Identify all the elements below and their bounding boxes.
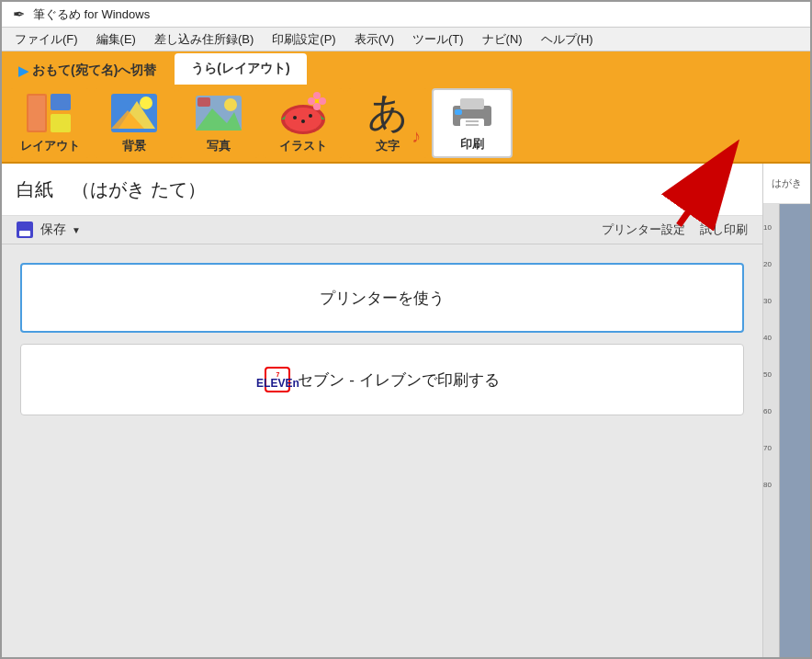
svg-point-7 bbox=[140, 97, 152, 109]
tool-background[interactable]: 背景 bbox=[94, 88, 175, 158]
ruler-tick-75 bbox=[763, 463, 779, 482]
tab-back-label: うら(レイアウト) bbox=[191, 61, 289, 77]
page-title: 白紙 （はがき たて） bbox=[17, 177, 206, 202]
dropdown-arrow-icon: ▼ bbox=[72, 225, 81, 235]
app-title: 筆ぐるめ for Windows bbox=[33, 6, 150, 23]
seven-eleven-label: セブン - イレブンで印刷する bbox=[298, 369, 499, 391]
svg-rect-11 bbox=[197, 97, 210, 107]
ruler-tick-40: 40 bbox=[763, 335, 779, 353]
action-bar: 保存 ▼ プリンター設定 試し印刷 bbox=[2, 216, 762, 244]
action-links: プリンター設定 試し印刷 bbox=[602, 222, 748, 238]
printer-settings-link[interactable]: プリンター設定 bbox=[602, 222, 685, 238]
svg-point-18 bbox=[308, 97, 315, 105]
svg-point-15 bbox=[301, 119, 305, 123]
menu-bar: ファイル(F) 編集(E) 差し込み住所録(B) 印刷設定(P) 表示(V) ツ… bbox=[2, 28, 810, 51]
svg-line-29 bbox=[702, 166, 729, 208]
toolbar: レイアウト 背景 写真 bbox=[2, 85, 810, 164]
svg-point-21 bbox=[313, 103, 321, 110]
ruler-tick-65 bbox=[763, 426, 779, 445]
tool-illustration-label: イラスト bbox=[279, 138, 327, 154]
seven-eleven-option-card[interactable]: 7 ELEVEn セブン - イレブンで印刷する bbox=[20, 344, 744, 415]
options-panel: プリンターを使う 7 ELEVEn セブン - イレブンで印刷する bbox=[2, 244, 762, 659]
menu-address[interactable]: 差し込み住所録(B) bbox=[145, 29, 263, 50]
ruler-bar: 10 20 30 40 50 60 70 80 bbox=[763, 204, 780, 659]
menu-navi[interactable]: ナビ(N) bbox=[473, 29, 532, 50]
ruler-tick-35 bbox=[763, 316, 779, 335]
right-panel: はがき 10 20 30 40 50 60 70 80 bbox=[762, 164, 810, 659]
svg-point-16 bbox=[309, 114, 312, 118]
ruler-tick-15 bbox=[763, 243, 779, 261]
menu-view[interactable]: 表示(V) bbox=[345, 29, 403, 50]
text-icon: あ ♪ bbox=[360, 90, 415, 136]
page-title-bar: 白紙 （はがき たて） bbox=[2, 164, 762, 216]
layout-icon bbox=[22, 90, 77, 136]
svg-point-19 bbox=[313, 92, 321, 99]
tool-print[interactable]: 印刷 bbox=[432, 88, 513, 158]
menu-print-settings[interactable]: 印刷設定(P) bbox=[263, 29, 344, 50]
tab-bar: ▶ おもて(宛て名)へ切替 うら(レイアウト) bbox=[2, 51, 810, 85]
ruler-tick-50: 50 bbox=[763, 371, 779, 390]
save-label: 保存 bbox=[40, 222, 66, 238]
tab-arrow-icon: ▶ bbox=[18, 63, 28, 78]
ruler-tick-55 bbox=[763, 390, 779, 408]
tool-illustration[interactable]: イラスト bbox=[263, 88, 344, 158]
illustration-icon bbox=[276, 90, 331, 136]
photo-icon bbox=[191, 90, 246, 136]
red-arrow-annotation bbox=[647, 157, 757, 212]
main-content: 白紙 （はがき たて） 保存 ▼ bbox=[2, 164, 810, 659]
svg-rect-2 bbox=[51, 114, 71, 132]
tab-front[interactable]: ▶ おもて(宛て名)へ切替 bbox=[2, 57, 173, 85]
menu-help[interactable]: ヘルプ(H) bbox=[532, 29, 603, 50]
svg-point-10 bbox=[224, 98, 237, 111]
svg-rect-27 bbox=[466, 124, 479, 126]
ruler-tick-20: 20 bbox=[763, 261, 779, 279]
ruler-tick-70: 70 bbox=[763, 445, 779, 463]
test-print-link[interactable]: 試し印刷 bbox=[700, 222, 748, 238]
left-panel: 白紙 （はがき たて） 保存 ▼ bbox=[2, 164, 762, 659]
ruler-tick-25 bbox=[763, 279, 779, 298]
tab-back[interactable]: うら(レイアウト) bbox=[175, 53, 306, 85]
tool-photo[interactable]: 写真 bbox=[178, 88, 259, 158]
tool-photo-label: 写真 bbox=[207, 138, 231, 154]
svg-rect-26 bbox=[466, 120, 479, 122]
save-button[interactable]: 保存 ▼ bbox=[17, 222, 81, 238]
seven-eleven-logo: 7 ELEVEn bbox=[265, 367, 290, 392]
app-icon: ✒ bbox=[9, 6, 28, 24]
svg-rect-1 bbox=[51, 94, 71, 110]
tool-background-label: 背景 bbox=[122, 138, 146, 154]
menu-tools[interactable]: ツール(T) bbox=[403, 29, 473, 50]
ruler-tick-10: 10 bbox=[763, 224, 779, 243]
background-icon bbox=[107, 90, 162, 136]
menu-file[interactable]: ファイル(F) bbox=[6, 29, 87, 50]
menu-edit[interactable]: 編集(E) bbox=[87, 29, 145, 50]
right-panel-title: はがき bbox=[772, 176, 802, 190]
right-panel-header: はがき bbox=[763, 164, 810, 204]
printer-option-label: プリンターを使う bbox=[320, 288, 445, 309]
svg-point-14 bbox=[293, 116, 297, 119]
ruler-area: 10 20 30 40 50 60 70 80 bbox=[763, 204, 810, 659]
tool-layout[interactable]: レイアウト bbox=[9, 88, 90, 158]
tool-print-label: 印刷 bbox=[460, 136, 484, 153]
ruler-tick-45 bbox=[763, 353, 779, 371]
title-bar: ✒ 筆ぐるめ for Windows bbox=[2, 2, 810, 28]
ruler-tick-30: 30 bbox=[763, 298, 779, 316]
tool-text-label: 文字 bbox=[376, 138, 400, 154]
svg-rect-3 bbox=[28, 96, 45, 131]
svg-rect-25 bbox=[455, 109, 462, 115]
ruler-tick-60: 60 bbox=[763, 408, 779, 426]
ruler-tick-80: 80 bbox=[763, 482, 779, 500]
tool-layout-label: レイアウト bbox=[20, 138, 80, 154]
printer-option-card[interactable]: プリンターを使う bbox=[20, 263, 744, 333]
svg-point-20 bbox=[319, 97, 326, 105]
print-icon bbox=[445, 90, 500, 134]
ruler-tick-0 bbox=[763, 206, 779, 224]
save-icon bbox=[17, 222, 33, 238]
svg-rect-23 bbox=[460, 98, 484, 109]
tab-front-label: おもて(宛て名)へ切替 bbox=[32, 62, 156, 79]
tool-text[interactable]: あ ♪ 文字 bbox=[347, 88, 428, 158]
